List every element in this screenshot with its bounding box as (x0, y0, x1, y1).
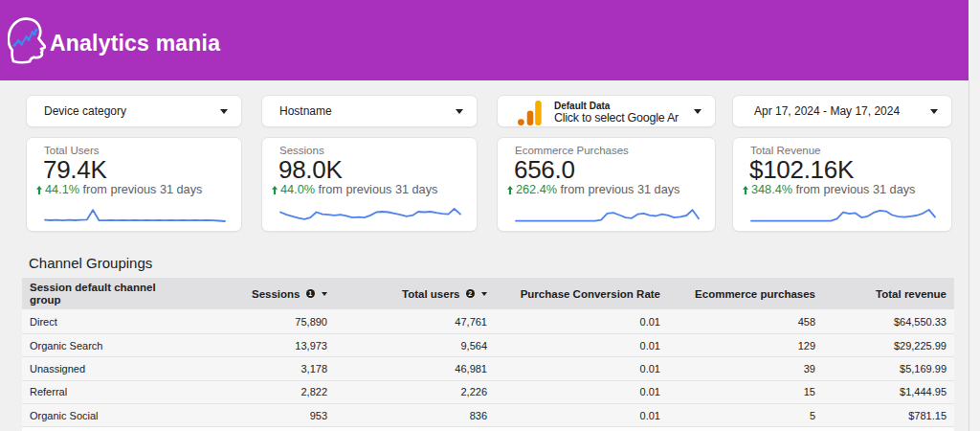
cell-channel: Unassigned (22, 357, 209, 379)
scorecard-delta-pct: 348.4% (751, 183, 792, 196)
filter-data-source-top-label: Default Data (554, 101, 686, 112)
cell-ecommerce: 5 (668, 404, 823, 426)
sparkline-chart (279, 203, 461, 228)
channel-groupings-table: Session default channel group Sessions1 … (22, 278, 954, 431)
cell-pcr: 0.01 (495, 381, 668, 403)
filter-hostname[interactable]: Hostname (261, 95, 478, 127)
cell-revenue: $29,225.99 (823, 334, 954, 356)
scorecard-delta: 44.1% from previous 31 days (36, 183, 202, 196)
scorecard-delta-suffix: from previous 31 days (319, 183, 438, 196)
table-header-row: Session default channel group Sessions1 … (22, 278, 954, 309)
cell-ecommerce: 129 (668, 334, 823, 356)
cell-total-users: 47,761 (335, 309, 495, 333)
google-analytics-icon (518, 101, 542, 125)
arrow-up-icon (743, 186, 748, 194)
sparkline-chart (515, 203, 700, 228)
scorecard-value: 98.0K (278, 155, 342, 185)
chevron-down-icon (220, 109, 228, 114)
filter-device-category[interactable]: Device category (26, 95, 242, 127)
scorecard-delta-pct: 44.1% (45, 183, 79, 196)
sort-order-badge: 1 (306, 289, 316, 299)
cell-sessions: 13,973 (209, 334, 335, 356)
brand-logo-head-chart-icon (8, 15, 46, 65)
sort-order-badge: 2 (466, 289, 476, 299)
cell-revenue: $781.15 (823, 404, 954, 426)
cell-revenue: $64,550.33 (823, 309, 954, 333)
scorecard-delta-suffix: from previous 31 days (83, 183, 203, 196)
cell-pcr: 0.01 (495, 404, 668, 426)
scorecard-delta: 262.4% from previous 31 days (507, 183, 679, 196)
column-header-channel-group[interactable]: Session default channel group (22, 278, 209, 309)
scorecard-total-revenue: Total Revenue $102.16K 348.4% from previ… (732, 137, 952, 232)
table-row: Organic Social 953 836 0.01 5 $781.15 (22, 404, 954, 427)
filter-device-category-label: Device category (44, 104, 126, 118)
cell-pcr: 0.01 (495, 357, 668, 379)
cell-ecommerce: 15 (668, 381, 823, 403)
sparkline-chart (750, 203, 936, 228)
scorecard-delta-suffix: from previous 31 days (561, 183, 680, 196)
section-title: Channel Groupings (29, 255, 152, 271)
cell-sessions: 3,178 (209, 357, 335, 379)
column-header-ecommerce-purchases[interactable]: Ecommerce purchases (668, 278, 823, 309)
table-row: Referral 2,822 2,226 0.01 15 $1,444.95 (22, 381, 954, 404)
scorecard-delta-pct: 262.4% (516, 183, 557, 196)
column-header-total-users[interactable]: Total users2 (335, 278, 495, 309)
scorecard-ecommerce-purchases: Ecommerce Purchases 656.0 262.4% from pr… (497, 137, 716, 232)
cell-total-users: 9,564 (335, 334, 495, 356)
arrow-up-icon (272, 186, 278, 194)
cell-total-users: 836 (335, 404, 495, 426)
cell-sessions: 75,890 (209, 309, 335, 333)
cell-ecommerce: 39 (668, 357, 823, 379)
cell-revenue: $1,444.95 (823, 381, 954, 403)
cell-ecommerce: 458 (668, 309, 823, 333)
sort-desc-icon (322, 292, 327, 296)
column-header-purchase-conversion-rate[interactable]: Purchase Conversion Rate (495, 278, 668, 309)
cell-channel: Referral (22, 381, 209, 403)
scorecard-sessions: Sessions 98.0K 44.0% from previous 31 da… (261, 137, 478, 232)
cell-pcr: 0.01 (495, 334, 668, 356)
cell-channel: Organic Social (22, 404, 209, 426)
chevron-down-icon (694, 109, 702, 114)
table-row: Organic Search 13,973 9,564 0.01 129 $29… (22, 334, 954, 357)
cell-total-users: 2,226 (335, 381, 495, 403)
cell-pcr: 0.01 (495, 309, 668, 333)
cell-total-users: 46,981 (335, 357, 495, 379)
outside-canvas-area (969, 80, 980, 431)
brand-header: Analytics mania (0, 0, 969, 80)
sort-desc-icon (481, 292, 487, 296)
scorecard-delta-pct: 44.0% (280, 183, 315, 196)
scorecard-delta-suffix: from previous 31 days (796, 183, 916, 196)
filter-hostname-label: Hostname (279, 104, 332, 118)
filter-date-range-label: Apr 17, 2024 - May 17, 2024 (754, 104, 900, 118)
brand-title: Analytics mania (50, 31, 220, 57)
cell-sessions: 953 (209, 404, 335, 426)
column-header-total-revenue[interactable]: Total revenue (823, 278, 954, 309)
scorecard-value: $102.16K (749, 155, 854, 185)
logo-zigzag-chart (12, 29, 37, 47)
sparkline-chart (44, 203, 226, 228)
arrow-up-icon (507, 186, 513, 194)
filter-date-range[interactable]: Apr 17, 2024 - May 17, 2024 (732, 95, 952, 127)
arrow-up-icon (36, 186, 42, 194)
cell-channel: Direct (22, 309, 209, 333)
chevron-down-icon (930, 109, 938, 114)
column-header-sessions[interactable]: Sessions1 (209, 278, 335, 309)
filter-data-source-label: Click to select Google Ar (554, 111, 686, 125)
scorecard-total-users: Total Users 79.4K 44.1% from previous 31… (26, 137, 242, 232)
scorecard-value: 79.4K (43, 155, 106, 185)
scorecard-delta: 348.4% from previous 31 days (743, 183, 915, 196)
dashboard-screen: Analytics mania Device category Hostname… (0, 0, 980, 431)
filter-data-source-labels: Default Data Click to select Google Ar (554, 101, 686, 125)
chevron-down-icon (456, 109, 463, 114)
table-row: Direct 75,890 47,761 0.01 458 $64,550.33 (22, 309, 954, 334)
cell-revenue: $5,169.99 (823, 357, 954, 379)
scorecard-delta: 44.0% from previous 31 days (272, 183, 437, 196)
filter-data-source[interactable]: Default Data Click to select Google Ar (497, 95, 716, 127)
scorecard-value: 656.0 (514, 155, 575, 185)
cell-sessions: 2,822 (209, 381, 335, 403)
table-row: Unassigned 3,178 46,981 0.01 39 $5,169.9… (22, 357, 954, 380)
cell-channel: Organic Search (22, 334, 209, 356)
